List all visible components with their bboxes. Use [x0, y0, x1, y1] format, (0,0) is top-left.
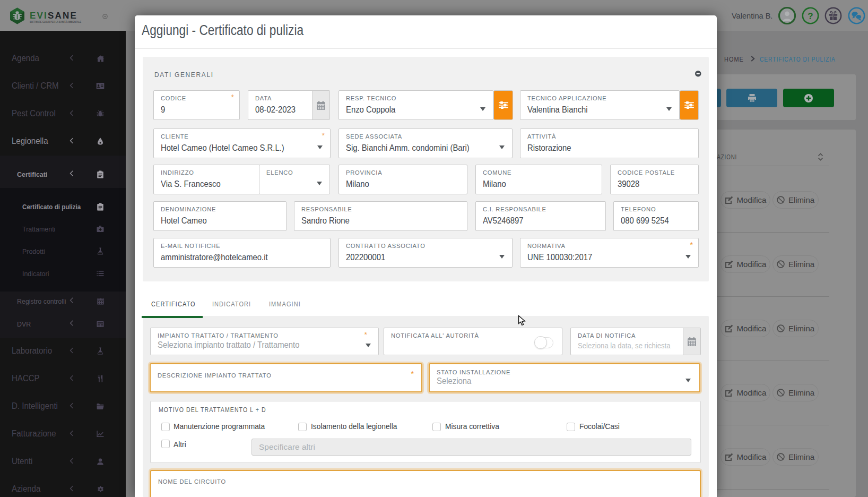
svg-text:?: ? [808, 11, 813, 21]
